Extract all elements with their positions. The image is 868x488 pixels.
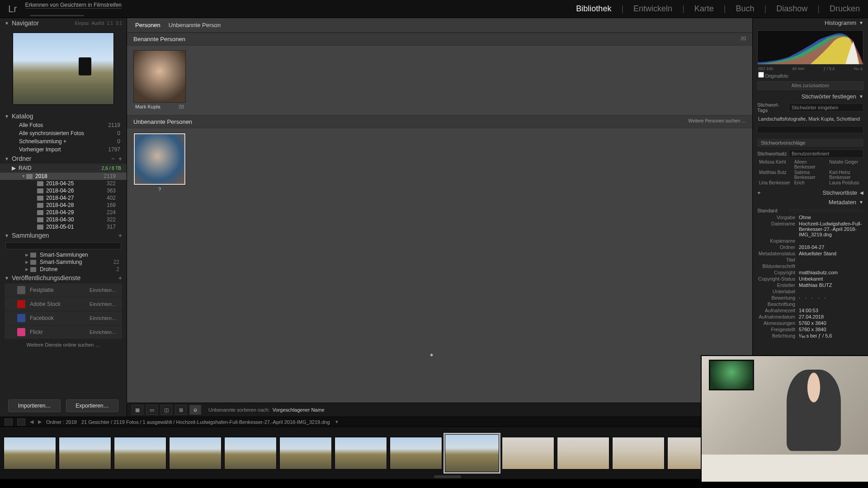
collection-row[interactable]: ▶Drohne2 — [0, 266, 127, 273]
filmstrip-thumb[interactable] — [279, 437, 332, 469]
filmstrip-thumb[interactable] — [4, 437, 56, 469]
collection-row[interactable]: ▶Smart-Sammlungen — [0, 251, 127, 258]
keyword-suggestion[interactable]: Matthias Butz — [759, 170, 792, 180]
keyword-set-dropdown[interactable]: Benutzerdefiniert — [789, 150, 863, 158]
katalog-row[interactable]: Alle synchronisierten Fotos0 — [0, 129, 127, 137]
reset-all-button[interactable]: Alles zurücksetzen — [757, 81, 863, 90]
sort-value[interactable]: Vorgeschlagener Name — [273, 407, 325, 413]
filmstrip-thumb[interactable] — [114, 437, 166, 469]
filmstrip-thumb[interactable] — [612, 437, 665, 469]
folder-row[interactable]: 2018-04-29224 — [0, 209, 127, 216]
collection-row[interactable]: ▶Smart-Sammlung22 — [0, 258, 127, 266]
module-map[interactable]: Karte — [694, 4, 714, 14]
crumb-unnamed[interactable]: Unbenannte Person — [169, 22, 221, 28]
metadata-row[interactable]: Copyright-StatusUnbekannt — [753, 276, 868, 282]
metadata-row[interactable]: MetadatenstatusAktuellster Stand — [753, 250, 868, 257]
face-thumbnail[interactable] — [133, 50, 186, 103]
ordner-header[interactable]: ▼ Ordner − + — [0, 154, 127, 164]
grid-view-button[interactable]: ▦ — [132, 405, 143, 415]
filmstrip-thumb[interactable] — [335, 437, 387, 469]
plus-icon[interactable]: + — [118, 232, 122, 239]
zoom-1-1[interactable]: 1:1 — [107, 21, 113, 26]
people-view-button[interactable]: ☺ — [189, 405, 201, 415]
metadata-row[interactable]: Copyrightmatthiasbutz.com — [753, 269, 868, 276]
import-button[interactable]: Importieren… — [8, 399, 61, 412]
metadata-row[interactable]: Aufnahmezeit14:00:53 — [753, 307, 868, 314]
volume-row[interactable]: ▶ RAID 2,6 / 8 TB — [0, 164, 127, 173]
filmstrip-scrollbar[interactable] — [434, 475, 461, 478]
named-face-card[interactable]: Mark Kupla20 — [133, 50, 186, 111]
filmstrip-thumb[interactable] — [557, 437, 609, 469]
secondary-display-button[interactable] — [5, 418, 13, 426]
folder-row[interactable]: 2018-04-30322 — [0, 216, 127, 223]
metadata-row[interactable]: Ordner2018-04-27 — [753, 244, 868, 250]
publish-service-row[interactable]: Adobe StockEinrichten… — [5, 297, 122, 311]
katalog-row[interactable]: Schnellsammlung +0 — [0, 137, 127, 145]
more-services-link[interactable]: Weitere Dienste online suchen … — [0, 339, 127, 350]
metadata-row[interactable]: Beschriftung — [753, 301, 868, 307]
keyword-suggestion[interactable]: Natalie Geiger — [829, 160, 862, 169]
metadata-header[interactable]: Metadaten▼ — [753, 197, 868, 207]
export-button[interactable]: Exportieren… — [66, 399, 118, 412]
face-thumbnail[interactable] — [133, 133, 186, 185]
publish-service-row[interactable]: FlickrEinrichten… — [5, 325, 122, 339]
module-develop[interactable]: Entwickeln — [633, 4, 672, 14]
plus-icon[interactable]: + — [118, 274, 122, 282]
metadata-row[interactable]: Aufnahmedatum27.04.2018 — [753, 314, 868, 320]
keyword-suggestion[interactable]: Karl-Heinz Benkesser — [829, 170, 862, 180]
grid-toggle-button[interactable] — [17, 418, 25, 426]
filmstrip-thumb[interactable] — [169, 437, 222, 469]
find-more-people-link[interactable]: Weitere Personen suchen … — [688, 118, 746, 123]
metadata-row[interactable]: Abmessungen5760 x 3840 — [753, 320, 868, 326]
histogram[interactable] — [757, 30, 863, 65]
path-folder[interactable]: Ordner : 2018 — [46, 419, 77, 425]
metadata-row[interactable]: Titel — [753, 257, 868, 263]
keyword-suggestion[interactable]: Melissa Kieht — [759, 160, 792, 169]
nav-fwd-icon[interactable]: ▶ — [38, 419, 42, 425]
metadata-row[interactable]: Bildunterschrift — [753, 263, 868, 269]
katalog-row[interactable]: Vorheriger Import1797 — [0, 145, 127, 154]
katalog-header[interactable]: ▼ Katalog — [0, 111, 127, 121]
folder-row[interactable]: 2018-04-28169 — [0, 202, 127, 209]
metadata-row[interactable]: VorgabeOhne — [753, 214, 868, 221]
metadata-row[interactable]: ErstellerMatthias BUTZ — [753, 282, 868, 288]
filmstrip-thumb-selected[interactable] — [445, 434, 499, 472]
survey-view-button[interactable]: ⊞ — [175, 405, 187, 415]
filmstrip-thumb[interactable] — [224, 437, 277, 469]
metadata-preset-dropdown[interactable] — [789, 209, 863, 212]
metadata-row[interactable]: Bewertung· · · · · — [753, 295, 868, 301]
keyword-tags-input[interactable]: Stichwörter eingeben — [789, 103, 863, 112]
zoom-fill[interactable]: Ausfül — [91, 21, 104, 26]
folder-row[interactable]: 2018-05-01317 — [0, 223, 127, 230]
path-dropdown-icon[interactable]: ▾ — [335, 419, 338, 425]
metadata-row[interactable]: Freigestellt5760 x 3840 — [753, 326, 868, 333]
keyword-suggestion[interactable]: Sabrina Benkesser — [794, 170, 827, 180]
minus-icon[interactable]: − — [111, 155, 115, 162]
metadata-row[interactable]: Kopiename — [753, 238, 868, 244]
unnamed-face-card[interactable]: ? — [133, 133, 186, 193]
loupe-view-button[interactable]: ▭ — [146, 405, 158, 415]
plus-icon[interactable]: + — [118, 155, 122, 162]
keyword-suggestion[interactable]: Erich — [794, 180, 827, 185]
metadata-row[interactable]: Belichtung¹⁄₈₀ s bei ƒ / 5,6 — [753, 333, 868, 339]
navigator-header[interactable]: ▼ Navigator Einpas Ausfül 1:1 3:1 — [0, 18, 127, 28]
zoom-3-1[interactable]: 3:1 — [116, 21, 122, 26]
keywording-header[interactable]: Stichwörter festlegen▼ — [753, 92, 868, 101]
plus-icon[interactable]: + — [757, 189, 761, 196]
sammlungen-header[interactable]: ▼ Sammlungen + — [0, 230, 127, 240]
folder-row[interactable]: 2018-04-27402 — [0, 194, 127, 202]
folder-row[interactable]: 2018-04-26363 — [0, 187, 127, 194]
filmstrip-thumb[interactable] — [59, 437, 111, 469]
katalog-row[interactable]: Alle Fotos2119 — [0, 121, 127, 129]
navigator-preview[interactable] — [13, 33, 114, 105]
filmstrip-thumb[interactable] — [390, 437, 442, 469]
collection-filter-input[interactable] — [5, 242, 121, 249]
face-name-placeholder[interactable]: ? — [135, 187, 184, 192]
crumb-people[interactable]: Personen — [135, 22, 160, 28]
filmstrip-thumb[interactable] — [502, 437, 554, 469]
keyword-list-text[interactable]: Landschaftsfotografie, Mark Kupla, Schot… — [753, 114, 868, 124]
zoom-fit[interactable]: Einpas — [75, 21, 89, 26]
module-slideshow[interactable]: Diashow — [776, 4, 807, 14]
keyword-list-header[interactable]: +Stichwortliste◀ — [753, 188, 868, 197]
keyword-suggestion[interactable]: Laura Polsfuss — [829, 180, 862, 185]
